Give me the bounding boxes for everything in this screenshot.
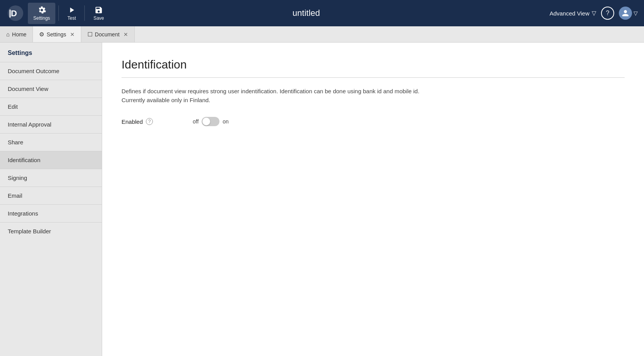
main-layout: Settings Document Outcome Document View … xyxy=(0,43,644,356)
sidebar-item-internal-approval[interactable]: Internal Approval xyxy=(0,115,102,133)
enabled-field-row: Enabled ? off on xyxy=(122,117,625,126)
tab-settings-close-icon[interactable]: ✕ xyxy=(70,32,75,37)
user-chevron-icon: ▽ xyxy=(634,10,638,16)
settings-tab-icon: ⚙ xyxy=(39,31,44,38)
top-bar: D Settings Test Save untitled Advanced V… xyxy=(0,0,644,26)
toggle-on-label: on xyxy=(223,118,229,125)
tab-settings[interactable]: ⚙ Settings ✕ xyxy=(33,26,81,42)
user-avatar xyxy=(619,7,632,20)
top-bar-right: Advanced View ▽ ? ▽ xyxy=(550,7,638,20)
enabled-label: Enabled ? xyxy=(122,118,183,125)
document-icon: ☐ xyxy=(87,31,92,38)
tab-bar: ⌂ Home ⚙ Settings ✕ ☐ Document ✕ xyxy=(0,26,644,43)
sidebar-item-integrations[interactable]: Integrations xyxy=(0,204,102,222)
tab-document[interactable]: ☐ Document ✕ xyxy=(81,26,135,42)
advanced-view-button[interactable]: Advanced View ▽ xyxy=(550,10,596,17)
settings-label: Settings xyxy=(33,15,50,21)
content-description: Defines if document view requires strong… xyxy=(122,87,439,104)
help-button[interactable]: ? xyxy=(601,7,614,20)
user-menu[interactable]: ▽ xyxy=(619,7,638,20)
sidebar-item-identification[interactable]: Identification xyxy=(0,151,102,169)
toggle-thumb xyxy=(202,118,210,125)
toggle-off-label: off xyxy=(193,118,199,125)
sidebar-item-edit[interactable]: Edit xyxy=(0,98,102,115)
chevron-down-icon: ▽ xyxy=(592,10,596,17)
enabled-toggle[interactable] xyxy=(202,117,219,126)
sidebar-item-email[interactable]: Email xyxy=(0,187,102,204)
sidebar-item-document-outcome[interactable]: Document Outcome xyxy=(0,62,102,80)
tab-document-close-icon[interactable]: ✕ xyxy=(123,32,128,37)
sidebar-item-template-builder[interactable]: Template Builder xyxy=(0,222,102,240)
svg-text:D: D xyxy=(11,9,17,18)
sidebar-item-share[interactable]: Share xyxy=(0,133,102,151)
help-icon: ? xyxy=(606,10,610,17)
tab-home[interactable]: ⌂ Home xyxy=(0,26,33,42)
page-title: Identification xyxy=(122,58,625,78)
document-title: untitled xyxy=(63,8,550,18)
advanced-view-label: Advanced View xyxy=(550,10,589,17)
tab-home-label: Home xyxy=(12,31,26,38)
home-icon: ⌂ xyxy=(6,31,10,38)
sidebar-item-signing[interactable]: Signing xyxy=(0,169,102,187)
settings-button[interactable]: Settings xyxy=(28,3,55,24)
separator-1 xyxy=(58,5,59,21)
sidebar-item-document-view[interactable]: Document View xyxy=(0,80,102,98)
toggle-container: off on xyxy=(193,117,229,126)
sidebar-heading: Settings xyxy=(0,43,102,62)
sidebar: Settings Document Outcome Document View … xyxy=(0,43,102,356)
enabled-help-icon[interactable]: ? xyxy=(146,118,153,125)
tab-document-label: Document xyxy=(95,31,120,38)
logo[interactable]: D xyxy=(6,4,25,22)
tab-settings-label: Settings xyxy=(46,31,66,38)
content-area: Identification Defines if document view … xyxy=(102,43,644,356)
